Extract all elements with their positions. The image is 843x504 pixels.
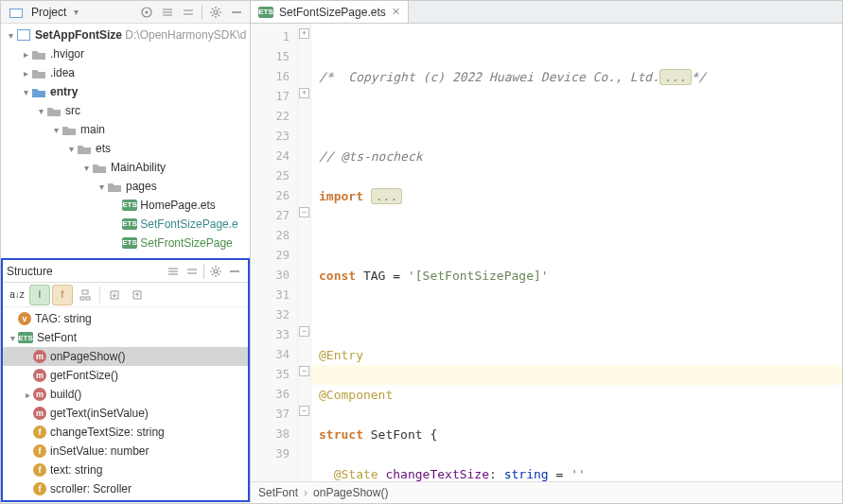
structure-item-getfontsize[interactable]: mgetFontSize() — [3, 366, 248, 385]
structure-label: getText(inSetValue) — [50, 407, 149, 420]
ets-file-icon: ETS — [122, 200, 137, 211]
autoscroll-from-source-button[interactable] — [127, 285, 148, 305]
fold-collapse-icon[interactable]: − — [299, 207, 309, 217]
project-panel-header: Project ▾ — [1, 1, 250, 24]
structure-item-insetvalue[interactable]: finSetValue: number — [3, 442, 248, 461]
structure-item-tag[interactable]: vTAG: string — [3, 309, 248, 328]
structure-item-build[interactable]: ▸mbuild() — [3, 385, 248, 404]
tree-node-ets[interactable]: ▾ets — [1, 139, 250, 158]
tree-label: src — [65, 104, 80, 117]
ets-file-icon: ETS — [258, 7, 273, 18]
tree-node-src[interactable]: ▾src — [1, 101, 250, 120]
tree-node-entry[interactable]: ▾entry — [1, 82, 250, 101]
structure-item-onpageshow[interactable]: monPageShow() — [3, 347, 248, 366]
tree-file-setfont[interactable]: ETS SetFontSizePage.e — [1, 215, 250, 234]
tab-label: SetFontSizePage.ets — [279, 6, 386, 19]
gear-icon[interactable] — [206, 3, 225, 22]
hide-panel-icon[interactable] — [227, 3, 246, 22]
tree-label: SetFrontSizePage — [140, 236, 232, 250]
tree-label: pages — [126, 180, 157, 193]
project-panel-title[interactable]: Project ▾ — [5, 5, 85, 20]
structure-label: onPageShow() — [50, 350, 125, 363]
editor-tab-setfontsizepage[interactable]: ETS SetFontSizePage.ets ✕ — [251, 1, 409, 23]
structure-item-changetext[interactable]: fchangeTextSize: string — [3, 423, 248, 442]
code-content[interactable]: /* Copyright (c) 2022 Huawei Device Co.,… — [311, 24, 842, 481]
breadcrumb-item[interactable]: SetFont — [258, 486, 298, 499]
autoscroll-to-source-button[interactable] — [104, 285, 125, 305]
method-icon: m — [33, 350, 46, 363]
code-editor[interactable]: 1151617222324252627282930313233343536373… — [251, 24, 842, 481]
tree-label: main — [80, 123, 105, 136]
structure-item-setfont[interactable]: ▾ETSSetFont — [3, 328, 248, 347]
tree-node-mainability[interactable]: ▾MainAbility — [1, 158, 250, 177]
tree-label: MainAbility — [111, 161, 166, 174]
field-icon: f — [33, 426, 46, 439]
svg-point-3 — [146, 10, 149, 13]
tree-label: SetFontSizePage.e — [140, 217, 237, 231]
folder-icon — [77, 141, 92, 156]
close-icon[interactable]: ✕ — [392, 6, 400, 18]
tree-label: .hvigor — [50, 47, 84, 61]
folder-icon — [92, 160, 107, 175]
tree-node-pages[interactable]: ▾pages — [1, 177, 250, 196]
structure-title-label: Structure — [7, 265, 53, 278]
folder-icon — [107, 179, 122, 194]
expand-all-icon[interactable] — [164, 262, 183, 281]
breadcrumb-item[interactable]: onPageShow() — [313, 486, 388, 499]
separator — [203, 264, 204, 279]
svg-rect-1 — [10, 9, 22, 17]
breadcrumb[interactable]: SetFont › onPageShow() — [251, 481, 842, 502]
fold-expand-icon[interactable]: + — [299, 28, 309, 39]
collapse-all-icon[interactable] — [183, 262, 202, 281]
line-gutter: 1151617222324252627282930313233343536373… — [251, 24, 298, 481]
tree-label: HomePage.ets — [140, 199, 215, 212]
svg-rect-6 — [18, 30, 29, 40]
ets-file-icon: ETS — [122, 218, 137, 230]
expand-all-icon[interactable] — [158, 3, 177, 22]
project-tree: ▾SetAppFontSize D:\OpenHarmonySDK\d ▸.hv… — [1, 24, 250, 258]
field-icon: f — [33, 444, 46, 458]
editor-tabs: ETS SetFontSizePage.ets ✕ — [251, 1, 842, 24]
folder-icon — [31, 46, 46, 61]
tree-label: ets — [96, 142, 111, 155]
sort-alpha-button[interactable]: a↓z — [7, 285, 27, 305]
locate-icon[interactable] — [137, 3, 156, 22]
structure-item-gettext[interactable]: mgetText(inSetValue) — [3, 404, 248, 423]
filter-interface-button[interactable]: I — [29, 285, 50, 305]
svg-point-7 — [214, 269, 218, 273]
collapse-all-icon[interactable] — [179, 3, 198, 22]
fold-collapse-icon[interactable]: − — [299, 366, 309, 376]
fold-collapse-icon[interactable]: − — [299, 406, 309, 416]
filter-fields-button[interactable]: f — [52, 285, 73, 305]
structure-label: getFontSize() — [50, 369, 118, 382]
tree-root[interactable]: ▾SetAppFontSize D:\OpenHarmonySDK\d — [1, 26, 250, 44]
project-title-label: Project — [31, 6, 66, 19]
fold-gutter[interactable]: + + − − − − — [298, 24, 311, 481]
gear-icon[interactable] — [206, 262, 225, 281]
structure-label: scroller: Scroller — [50, 482, 132, 495]
structure-item-scroller[interactable]: fscroller: Scroller — [3, 479, 248, 498]
structure-item-text[interactable]: ftext: string — [3, 461, 248, 479]
class-icon: ETS — [18, 332, 33, 343]
structure-label: changeTextSize: string — [50, 426, 165, 439]
structure-label: inSetValue: number — [50, 444, 149, 458]
tree-node-main[interactable]: ▾main — [1, 120, 250, 139]
tree-file-homepage[interactable]: ETS HomePage.ets — [1, 196, 250, 215]
chevron-down-icon: ▾ — [70, 7, 81, 17]
project-icon — [9, 5, 24, 20]
tree-file-setfront[interactable]: ETS SetFrontSizePage — [1, 234, 250, 252]
module-icon — [16, 27, 31, 43]
structure-tree: vTAG: string ▾ETSSetFont monPageShow() m… — [3, 307, 248, 500]
tree-node-hvigor[interactable]: ▸.hvigor — [1, 44, 250, 63]
variable-icon: v — [18, 312, 31, 325]
tree-node-idea[interactable]: ▸.idea — [1, 63, 250, 82]
fold-collapse-icon[interactable]: − — [299, 326, 309, 337]
field-icon: f — [33, 482, 46, 495]
method-icon: m — [33, 369, 46, 382]
hide-panel-icon[interactable] — [225, 262, 244, 281]
svg-point-4 — [214, 10, 218, 14]
structure-toolbar: a↓z I f — [3, 283, 248, 307]
ets-file-icon: ETS — [122, 237, 137, 249]
filter-inherited-button[interactable] — [75, 285, 96, 305]
fold-expand-icon[interactable]: + — [299, 88, 309, 98]
